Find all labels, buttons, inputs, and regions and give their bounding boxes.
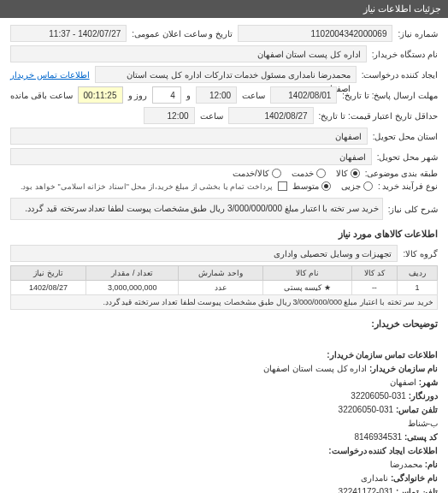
req-lname: نامداری <box>361 473 388 483</box>
th-qty: تعداد / مقدار <box>86 266 179 281</box>
contact-org-label: نام سازمان خریدار: <box>369 364 438 373</box>
need-no-field: 1102004342000069 <box>238 25 392 42</box>
city-label: شهر محل تحویل: <box>377 152 438 162</box>
table-desc-row: خرید سر تخته با اعتبار مبلغ 3/000/000/00… <box>11 295 438 310</box>
valid-label: حداقل تاریخ اعتبار قیمت: تا تاریخ: <box>319 111 438 121</box>
requester-field: محمدرضا نامداری مسئول خدمات تدارکات ادار… <box>95 66 357 83</box>
buyer-org-label: نام دستگاه خریدار: <box>372 50 438 59</box>
and-label: و <box>186 91 191 100</box>
req-lname-label: نام خانوادگی: <box>391 473 438 483</box>
notes-title: توضیحات خریدار: <box>10 317 438 331</box>
contact-sub: ب-شناط <box>408 419 438 428</box>
th-name: نام کالا <box>262 266 351 281</box>
req-fname-label: نام: <box>425 460 438 469</box>
star-icon: ★ <box>324 283 331 292</box>
treasury-checkbox[interactable] <box>278 181 287 191</box>
form-area: شماره نیاز: 1102004342000069 تاریخ و ساع… <box>0 18 448 342</box>
announce-label: تاریخ و ساعت اعلان عمومی: <box>132 29 233 39</box>
td-code: -- <box>351 281 397 295</box>
th-unit: واحد شمارش <box>179 266 262 281</box>
buy-type-label: نوع فرآیند خرید : <box>378 181 438 191</box>
deadline-label: مهلت ارسال پاسخ: تا تاریخ: <box>342 91 438 100</box>
radio-partial[interactable] <box>363 181 373 191</box>
cat-both-item[interactable]: کالا/خدمت <box>233 169 281 178</box>
req-title: اطلاعات ایجاد کننده درخواست: <box>328 446 438 455</box>
time-label-1: ساعت <box>242 91 265 100</box>
th-row: ردیف <box>397 266 437 281</box>
contact-title: اطلاعات تماس سازمان خریدار: <box>327 350 438 359</box>
desc-label: شرح کلی نیاز: <box>388 205 438 214</box>
desc-field: خرید سر تخته با اعتبار مبلغ 3/000/000/00… <box>10 198 383 220</box>
cat-label: طبقه بندی موضوعی: <box>365 169 438 178</box>
items-table: ردیف کد کالا نام کالا واحد شمارش تعداد /… <box>10 265 438 310</box>
header-bar: جزئیات اطلاعات نیاز <box>0 0 448 18</box>
req-phone-label: تلفن تماس: <box>396 487 438 493</box>
announce-field: 1402/07/27 - 11:37 <box>10 25 127 42</box>
header-title: جزئیات اطلاعات نیاز <box>363 3 441 14</box>
req-fname: محمدرضا <box>390 460 422 469</box>
table-row: 1 -- ★ کیسه پستی عدد 3,000,000,000 1402/… <box>11 281 438 295</box>
remain-time-field: 00:11:25 <box>78 86 123 104</box>
td-date: 1402/08/27 <box>11 281 86 295</box>
time-label-2: ساعت <box>200 111 223 121</box>
cat-both-label: کالا/خدمت <box>233 169 269 178</box>
radio-service[interactable] <box>316 169 326 178</box>
province-label: استان محل تحویل: <box>373 132 438 141</box>
group-field: تجهیزات و وسایل تحصیلی واداری <box>10 245 398 262</box>
buyer-contact-link[interactable]: اطلاعات تماس خریدار <box>10 70 90 80</box>
buy-medium-item[interactable]: متوسط <box>292 181 331 191</box>
deadline-time-field: 12:00 <box>196 86 237 104</box>
contact-city: اصفهان <box>390 377 416 387</box>
items-section-title: اطلاعات کالاهای مورد نیاز <box>10 227 438 241</box>
th-date: تاریخ نیاز <box>11 266 86 281</box>
remain-days-field: 4 <box>152 86 180 104</box>
td-name: ★ کیسه پستی <box>262 281 351 295</box>
remain-end-label: ساعت باقی مانده <box>10 91 73 100</box>
td-unit: عدد <box>179 281 262 295</box>
group-label: گروه کالا: <box>403 249 438 258</box>
buy-note: پرداخت تمام یا بخشی از مبلغ خرید،از محل … <box>21 182 273 191</box>
province-field: اصفهان <box>10 128 368 145</box>
radio-both[interactable] <box>272 169 281 178</box>
cat-service-item[interactable]: خدمت <box>292 169 326 178</box>
buy-radio-group: جزیی متوسط <box>292 181 373 191</box>
contact-phone-label: تلفن تماس: <box>396 405 438 414</box>
req-phone: 031-32241172 <box>339 487 394 493</box>
contact-city-label: شهر: <box>419 377 438 387</box>
td-row: 1 <box>397 281 437 295</box>
deadline-date-field: 1402/08/01 <box>270 86 337 104</box>
contact-fax: 031-32206050 <box>351 391 406 401</box>
buy-partial-label: جزیی <box>341 181 361 191</box>
contact-block: اطلاعات تماس سازمان خریدار: نام سازمان خ… <box>0 342 448 493</box>
radio-kala[interactable] <box>351 169 360 178</box>
td-desc: خرید سر تخته با اعتبار مبلغ 3/000/000/00… <box>11 295 438 310</box>
cat-radio-group: کالا خدمت کالا/خدمت <box>233 169 360 178</box>
td-qty: 3,000,000,000 <box>86 281 179 295</box>
contact-postal: 8146934531 <box>354 432 402 442</box>
contact-fax-label: دورنگار: <box>409 391 438 401</box>
requester-label: ایجاد کننده درخواست: <box>362 70 438 80</box>
day-label: روز و <box>128 91 148 100</box>
buy-medium-label: متوسط <box>292 181 319 191</box>
cat-kala-label: کالا <box>336 169 348 178</box>
cat-service-label: خدمت <box>292 169 314 178</box>
valid-date-field: 1402/08/27 <box>228 107 314 124</box>
th-code: کد کالا <box>351 266 397 281</box>
radio-medium[interactable] <box>321 181 331 191</box>
need-no-label: شماره نیاز: <box>398 29 438 39</box>
contact-org: اداره کل پست استان اصفهان <box>263 364 367 373</box>
buyer-org-field: اداره کل پست استان اصفهان <box>10 45 367 62</box>
td-name-text: کیسه پستی <box>284 283 322 292</box>
city-field: اصفهان <box>10 148 372 165</box>
cat-kala-item[interactable]: کالا <box>336 169 360 178</box>
buy-partial-item[interactable]: جزیی <box>341 181 373 191</box>
contact-postal-label: کد پستی: <box>404 432 438 442</box>
contact-phone: 031-32206050 <box>339 405 394 414</box>
table-header-row: ردیف کد کالا نام کالا واحد شمارش تعداد /… <box>11 266 438 281</box>
valid-time-field: 12:00 <box>144 107 195 124</box>
